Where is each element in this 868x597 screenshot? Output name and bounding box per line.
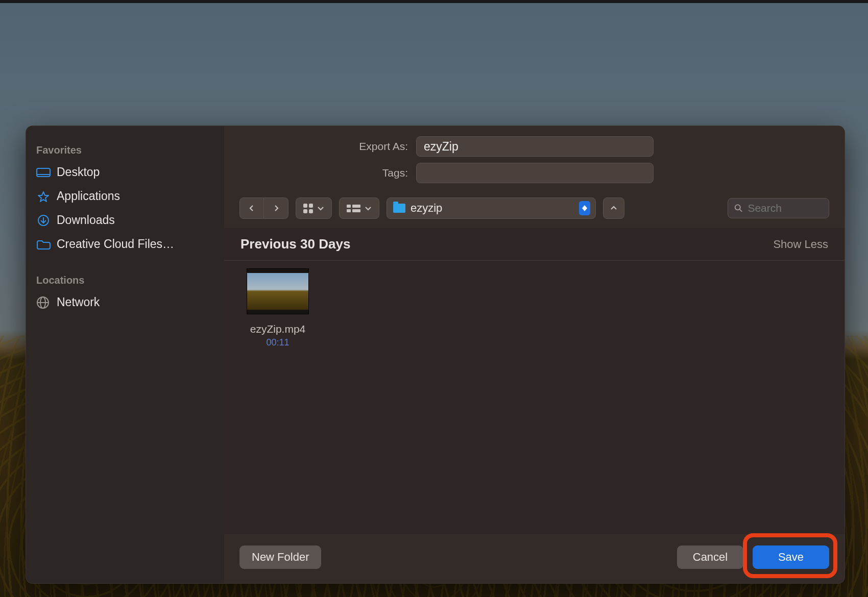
show-less-button[interactable]: Show Less	[773, 238, 828, 251]
cancel-button[interactable]: Cancel	[677, 545, 743, 569]
search-icon	[734, 203, 743, 213]
chevron-up-icon	[610, 205, 617, 212]
view-mode-button[interactable]	[296, 197, 332, 219]
export-as-input[interactable]	[416, 136, 654, 157]
dialog-footer: New Folder Cancel Save	[224, 534, 845, 583]
tags-label: Tags:	[239, 167, 408, 179]
nav-buttons	[239, 197, 288, 219]
svg-rect-0	[37, 168, 50, 177]
export-form: Export As: Tags:	[224, 126, 845, 194]
sidebar-section-locations: Locations	[36, 270, 224, 290]
section-title: Previous 30 Days	[240, 236, 350, 252]
current-folder-label: ezyzip	[411, 202, 442, 215]
save-button[interactable]: Save	[753, 545, 829, 569]
search-field[interactable]	[728, 198, 830, 218]
file-name: ezyZip.mp4	[239, 323, 316, 335]
sidebar-item-network[interactable]: Network	[36, 290, 224, 314]
sidebar: Favorites Desktop Applications Downloads…	[26, 126, 224, 583]
sidebar-item-label: Desktop	[57, 165, 100, 179]
applications-icon	[36, 191, 51, 202]
sidebar-item-label: Network	[57, 295, 100, 309]
folder-icon	[36, 239, 51, 250]
svg-point-6	[735, 205, 740, 210]
chevron-down-icon	[365, 205, 372, 212]
sidebar-item-label: Applications	[57, 189, 120, 203]
forward-button[interactable]	[264, 197, 288, 219]
search-input[interactable]	[748, 202, 823, 214]
sidebar-section-favorites: Favorites	[36, 140, 224, 160]
stepper-icon	[579, 201, 590, 215]
sidebar-item-label: Creative Cloud Files…	[57, 237, 174, 251]
desktop-icon	[36, 167, 51, 178]
file-thumbnail	[247, 269, 308, 314]
new-folder-button[interactable]: New Folder	[239, 545, 321, 569]
file-item[interactable]: ezyZip.mp4 00:11	[239, 266, 316, 348]
grid-view-icon	[303, 204, 313, 213]
sidebar-item-applications[interactable]: Applications	[36, 184, 224, 208]
tags-input[interactable]	[416, 163, 654, 183]
downloads-icon	[36, 215, 51, 226]
sidebar-item-label: Downloads	[57, 213, 115, 227]
svg-line-7	[739, 210, 741, 212]
sidebar-item-desktop[interactable]: Desktop	[36, 160, 224, 184]
group-mode-button[interactable]	[339, 197, 379, 219]
browser-toolbar: ezyzip	[224, 194, 845, 228]
folder-icon	[393, 204, 405, 213]
back-button[interactable]	[239, 197, 264, 219]
file-browser: Previous 30 Days Show Less ezyZip.mp4 00…	[224, 228, 845, 534]
export-as-label: Export As:	[239, 140, 408, 153]
current-folder-button[interactable]: ezyzip	[387, 197, 596, 219]
group-view-icon	[347, 205, 360, 212]
dialog-content: Export As: Tags:	[224, 126, 845, 583]
parent-folder-button[interactable]	[603, 197, 624, 219]
network-icon	[36, 297, 51, 308]
chevron-down-icon	[317, 205, 324, 212]
sidebar-item-creative-cloud[interactable]: Creative Cloud Files…	[36, 232, 224, 256]
file-duration: 00:11	[239, 337, 316, 348]
save-dialog: Favorites Desktop Applications Downloads…	[26, 126, 845, 584]
sidebar-item-downloads[interactable]: Downloads	[36, 208, 224, 232]
